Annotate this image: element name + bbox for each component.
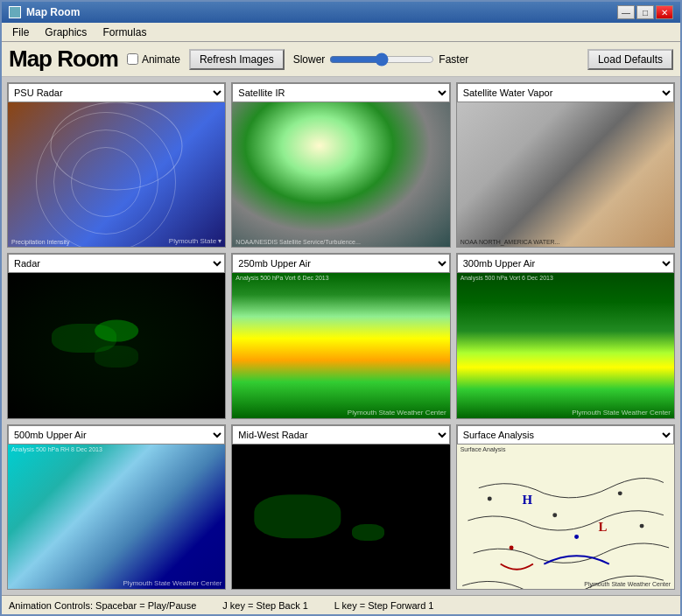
- status-bar: Animation Controls: Spacebar = Play/Paus…: [2, 595, 680, 614]
- svg-text:L: L: [598, 520, 607, 534]
- satellite-ir-image: NOAA/NESDIS Satellite Service/Turbulence…: [232, 102, 449, 247]
- menu-graphics[interactable]: Graphics: [38, 24, 94, 40]
- main-window: Map Room — □ ✕ File Graphics Formulas Ma…: [0, 0, 682, 616]
- toolbar: Map Room Animate Refresh Images Slower F…: [2, 42, 680, 77]
- menu-formulas[interactable]: Formulas: [95, 24, 153, 40]
- map-cell-upper-air-250: 250mb Upper Air 300mb Upper Air 500mb Up…: [231, 253, 450, 418]
- app-icon: [9, 6, 21, 18]
- window-title: Map Room: [26, 6, 80, 18]
- svg-point-7: [639, 523, 643, 528]
- upper-air-300-image: Analysis 500 hPa Vort 6 Dec 2013 Plymout…: [457, 273, 674, 417]
- midwest-radar-dropdown[interactable]: Mid-West Radar PSU Radar Radar: [232, 425, 449, 444]
- svg-text:H: H: [522, 493, 532, 507]
- upper-air-500-image: Analysis 500 hPa RH 8 Dec 2013 Plymouth …: [8, 444, 225, 589]
- upper-air-500-dropdown[interactable]: 500mb Upper Air 250mb Upper Air 300mb Up…: [8, 425, 225, 444]
- menu-file[interactable]: File: [5, 24, 36, 40]
- map-grid: PSU Radar Radar Satellite IR Satellite W…: [2, 77, 680, 595]
- map-cell-upper-air-300: 300mb Upper Air 250mb Upper Air 500mb Up…: [456, 253, 675, 418]
- midwest-radar-image: [232, 444, 449, 589]
- radar-image: [8, 273, 225, 417]
- map-cell-radar: Radar PSU Radar Satellite IR Satellite W…: [7, 253, 226, 418]
- map-cell-satellite-wv: Satellite Water Vapor PSU Radar Radar Sa…: [456, 82, 675, 248]
- maximize-button[interactable]: □: [636, 5, 654, 19]
- upper-air-300-dropdown[interactable]: 300mb Upper Air 250mb Upper Air 500mb Up…: [457, 254, 674, 273]
- title-bar: Map Room — □ ✕: [2, 2, 680, 23]
- psu-radar-dropdown[interactable]: PSU Radar Radar Satellite IR Satellite W…: [8, 83, 225, 102]
- svg-point-6: [574, 535, 579, 539]
- svg-point-2: [487, 496, 491, 500]
- load-defaults-button[interactable]: Load Defaults: [587, 49, 673, 70]
- map-cell-upper-air-500: 500mb Upper Air 250mb Upper Air 300mb Up…: [7, 424, 226, 590]
- menu-bar: File Graphics Formulas: [2, 23, 680, 42]
- status-item-1: Animation Controls: Spacebar = Play/Paus…: [9, 600, 196, 611]
- status-item-2: J key = Step Back 1: [222, 600, 308, 611]
- animate-control: Animate: [127, 53, 180, 66]
- faster-label: Faster: [439, 53, 468, 66]
- animate-checkbox[interactable]: [127, 53, 138, 65]
- surface-analysis-image: H L Surface Analysis Plymouth State Weat…: [457, 444, 674, 589]
- map-cell-midwest-radar: Mid-West Radar PSU Radar Radar: [231, 424, 450, 590]
- svg-point-3: [552, 513, 557, 517]
- animate-label: Animate: [142, 53, 180, 66]
- surface-analysis-dropdown[interactable]: Surface Analysis Radar Satellite IR: [457, 425, 674, 444]
- svg-point-4: [617, 491, 622, 495]
- upper-air-250-image: Analysis 500 hPa Vort 6 Dec 2013 Plymout…: [232, 273, 449, 417]
- map-cell-surface-analysis: Surface Analysis Radar Satellite IR H L: [456, 424, 675, 590]
- title-bar-left: Map Room: [9, 6, 80, 18]
- satellite-wv-image: NOAA NORTH_AMERICA WATER...: [457, 102, 674, 247]
- app-title: Map Room: [9, 46, 118, 73]
- title-bar-controls: — □ ✕: [617, 5, 673, 19]
- status-item-3: L key = Step Forward 1: [334, 600, 434, 611]
- close-button[interactable]: ✕: [656, 5, 673, 19]
- map-cell-satellite-ir: Satellite IR PSU Radar Radar Satellite W…: [231, 82, 450, 248]
- minimize-button[interactable]: —: [617, 5, 635, 19]
- map-cell-psu-radar: PSU Radar Radar Satellite IR Satellite W…: [7, 82, 226, 248]
- satellite-ir-dropdown[interactable]: Satellite IR PSU Radar Radar Satellite W…: [232, 83, 449, 102]
- psu-radar-image: Precipitation Intensity Plymouth State ▾: [8, 102, 225, 247]
- upper-air-250-dropdown[interactable]: 250mb Upper Air 300mb Upper Air 500mb Up…: [232, 254, 449, 273]
- radar-dropdown[interactable]: Radar PSU Radar Satellite IR Satellite W…: [8, 254, 225, 273]
- refresh-button[interactable]: Refresh Images: [189, 49, 285, 70]
- slower-label: Slower: [293, 53, 326, 66]
- speed-control: Slower Faster: [293, 52, 469, 66]
- svg-point-5: [509, 545, 513, 550]
- speed-slider[interactable]: [329, 52, 434, 66]
- satellite-wv-dropdown[interactable]: Satellite Water Vapor PSU Radar Radar Sa…: [457, 83, 674, 102]
